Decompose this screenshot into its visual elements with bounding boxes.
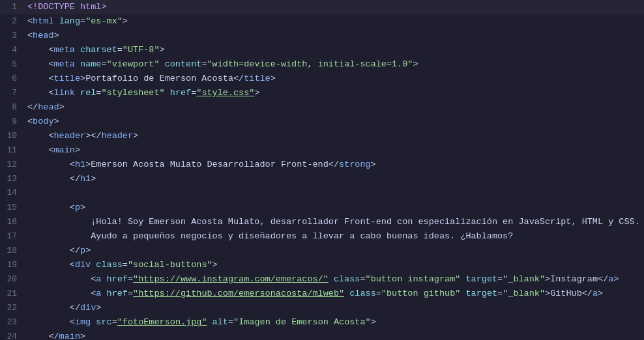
line-2: 2 <html lang="es-mx"> xyxy=(0,14,644,29)
line-content: <html lang="es-mx"> xyxy=(25,14,644,29)
code-editor: 1 <!DOCTYPE html> 2 <html lang="es-mx"> … xyxy=(0,0,644,340)
line-23: 23 <img src="fotoEmerson.jpg" alt="Image… xyxy=(0,315,644,330)
line-number: 7 xyxy=(0,87,25,100)
line-4: 4 <meta charset="UTF-8"> xyxy=(0,43,644,57)
line-number: 23 xyxy=(0,316,25,330)
line-7: 7 <link rel="stylesheet" href="style.css… xyxy=(0,86,644,100)
line-content: </main> xyxy=(25,330,644,340)
line-12: 12 <h1>Emerson Acosta Mulato Desarrollad… xyxy=(0,158,644,172)
line-22: 22 </div> xyxy=(0,301,644,315)
line-number: 21 xyxy=(0,287,25,301)
line-content: <head> xyxy=(25,29,644,43)
line-16: 16 ¡Hola! Soy Emerson Acosta Mulato, des… xyxy=(0,215,644,229)
line-number: 18 xyxy=(0,244,25,258)
line-number: 10 xyxy=(0,130,25,143)
line-content: </h1> xyxy=(25,172,644,186)
line-number: 17 xyxy=(0,230,25,244)
line-3: 3 <head> xyxy=(0,29,644,43)
line-content: <p> xyxy=(25,201,644,215)
line-5: 5 <meta name="viewport" content="width=d… xyxy=(0,57,644,72)
line-1: 1 <!DOCTYPE html> xyxy=(0,0,644,14)
line-content: <main> xyxy=(25,143,644,158)
line-content: <body> xyxy=(25,115,644,129)
line-content: <img src="fotoEmerson.jpg" alt="Imagen d… xyxy=(25,315,644,330)
line-number: 15 xyxy=(0,201,25,215)
line-number: 11 xyxy=(0,144,25,158)
line-content: </div> xyxy=(25,301,644,315)
line-number: 16 xyxy=(0,216,25,229)
line-content: <link rel="stylesheet" href="style.css"> xyxy=(25,86,644,100)
line-number: 22 xyxy=(0,302,25,315)
line-6: 6 <title>Portafolio de Emerson Acosta</t… xyxy=(0,72,644,86)
line-content: <a href="https://github.com/emersonacost… xyxy=(25,287,644,301)
line-number: 12 xyxy=(0,158,25,172)
line-8: 8 </head> xyxy=(0,100,644,115)
line-15: 15 <p> xyxy=(0,201,644,215)
line-20: 20 <a href="https://www.instagram.com/em… xyxy=(0,272,644,287)
line-content: <!DOCTYPE html> xyxy=(25,0,644,14)
line-18: 18 </p> xyxy=(0,244,644,258)
line-number: 2 xyxy=(0,15,25,29)
line-content: </head> xyxy=(25,100,644,115)
line-content: <a href="https://www.instagram.com/emera… xyxy=(25,272,644,287)
line-number: 14 xyxy=(0,186,25,200)
line-number: 20 xyxy=(0,273,25,287)
line-19: 19 <div class="social-buttons"> xyxy=(0,258,644,272)
line-number: 5 xyxy=(0,58,25,72)
line-content: <title>Portafolio de Emerson Acosta</tit… xyxy=(25,72,644,86)
line-number: 24 xyxy=(0,330,25,340)
line-10: 10 <header></header> xyxy=(0,129,644,143)
line-9: 9 <body> xyxy=(0,115,644,129)
line-number: 3 xyxy=(0,29,25,43)
line-24: 24 </main> xyxy=(0,330,644,340)
line-content: <header></header> xyxy=(25,129,644,143)
line-number: 13 xyxy=(0,173,25,186)
line-21: 21 <a href="https://github.com/emersonac… xyxy=(0,287,644,301)
line-14: 14 xyxy=(0,186,644,201)
line-content: Ayudo a pequeños negocios y diseñadores … xyxy=(25,229,644,244)
line-content: <h1>Emerson Acosta Mulato Desarrollador … xyxy=(25,158,644,172)
line-number: 8 xyxy=(0,101,25,115)
line-content: </p> xyxy=(25,244,644,258)
line-number: 9 xyxy=(0,115,25,129)
line-number: 19 xyxy=(0,259,25,272)
line-11: 11 <main> xyxy=(0,143,644,158)
line-content: ¡Hola! Soy Emerson Acosta Mulato, desarr… xyxy=(25,215,644,229)
line-number: 4 xyxy=(0,44,25,57)
line-content: <meta name="viewport" content="width=dev… xyxy=(25,57,644,72)
line-number: 6 xyxy=(0,72,25,86)
line-17: 17 Ayudo a pequeños negocios y diseñador… xyxy=(0,229,644,244)
line-content: <meta charset="UTF-8"> xyxy=(25,43,644,57)
line-13: 13 </h1> xyxy=(0,172,644,186)
line-content: <div class="social-buttons"> xyxy=(25,258,644,272)
line-number: 1 xyxy=(0,1,25,14)
